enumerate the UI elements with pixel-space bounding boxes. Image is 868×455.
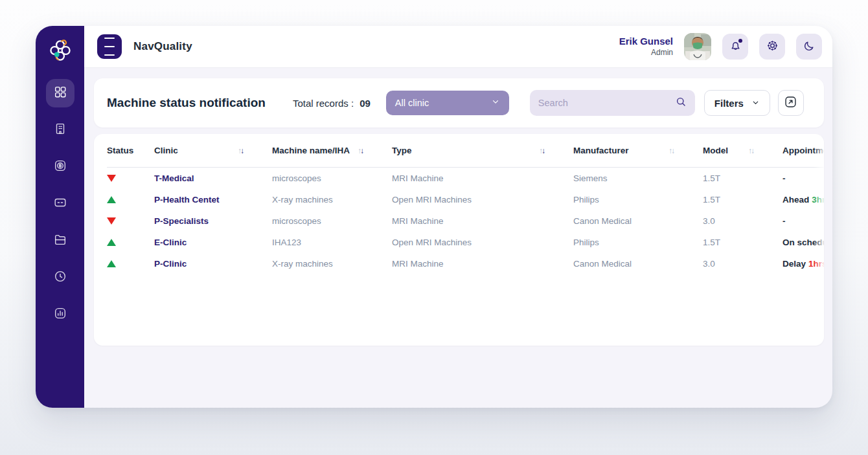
dark-mode-button[interactable] xyxy=(796,34,822,60)
sidebar-item-machines[interactable] xyxy=(46,153,74,181)
sort-icon[interactable]: ↑↓ xyxy=(238,146,243,155)
table-row[interactable]: E-Clinic IHA123 Open MRI Machines Philip… xyxy=(107,232,824,253)
manufacturer-cell: Siemens xyxy=(573,173,703,183)
total-records-label: Total records : xyxy=(293,98,354,109)
type-cell: MRI Machine xyxy=(392,216,573,226)
machine-cell: X-ray machines xyxy=(272,259,392,269)
expand-button[interactable] xyxy=(778,90,804,116)
folder-icon xyxy=(53,232,67,249)
notifications-button[interactable] xyxy=(722,34,748,60)
manufacturer-cell: Philips xyxy=(573,238,703,247)
top-header: NavQuality Erik Gunsel Admin xyxy=(84,26,832,68)
column-header-machine-name[interactable]: Machine name/IHA ↑↓ xyxy=(272,146,392,155)
sort-icon[interactable]: ↑↓ xyxy=(668,146,674,155)
hamburger-menu-button[interactable] xyxy=(97,34,122,59)
appointment-highlight: 3hrs xyxy=(812,195,824,205)
type-cell: Open MRI Machines xyxy=(392,195,573,205)
status-cell xyxy=(107,175,154,182)
reports-chart-icon xyxy=(53,306,67,323)
status-triangle-icon xyxy=(107,239,116,246)
appointment-cell: Ahead 3hrs xyxy=(782,195,824,205)
type-cell: MRI Machine xyxy=(392,173,573,183)
search-icon[interactable] xyxy=(675,96,687,110)
sort-icon[interactable]: ↑↓ xyxy=(748,146,753,155)
clinic-filter-dropdown[interactable]: All clinic xyxy=(386,91,509,115)
sidebar-nav xyxy=(46,79,74,329)
table-row[interactable]: P-Health Centet X-ray machines Open MRI … xyxy=(107,189,824,210)
filters-label: Filters xyxy=(714,98,744,109)
status-triangle-icon xyxy=(107,196,116,203)
status-cell xyxy=(107,239,154,246)
clinic-cell: T-Medical xyxy=(154,173,272,183)
appointment-cell: - xyxy=(782,216,824,226)
sort-icon[interactable]: ↑↓ xyxy=(358,146,363,155)
sidebar-item-dashboard[interactable] xyxy=(46,79,74,107)
filters-button[interactable]: Filters xyxy=(704,90,770,116)
appointment-cell: Delay 1hrs xyxy=(782,259,824,269)
moon-icon xyxy=(803,39,816,54)
search-input[interactable] xyxy=(538,98,675,108)
column-header-status[interactable]: Status xyxy=(107,146,154,155)
appointment-cell: - xyxy=(782,173,824,183)
appointment-cell: On schedule xyxy=(782,238,824,247)
gear-icon xyxy=(766,39,779,54)
page-title: Machine status notification xyxy=(107,96,266,110)
user-name: Erik Gunsel xyxy=(619,36,673,48)
column-header-clinic[interactable]: Clinic ↑↓ xyxy=(154,146,272,155)
total-records: Total records :09 xyxy=(293,98,371,109)
machine-cell: microscopes xyxy=(272,173,392,183)
notification-dot xyxy=(738,39,742,43)
column-header-model[interactable]: Model ↑↓ xyxy=(703,146,782,155)
clinic-cell: P-Specialists xyxy=(154,216,272,226)
sidebar-item-history[interactable] xyxy=(46,263,74,292)
appointment-highlight: 1hrs xyxy=(808,259,824,269)
clinic-building-icon xyxy=(53,122,67,139)
avatar[interactable] xyxy=(684,33,711,60)
manufacturer-cell: Canon Medical xyxy=(573,216,703,226)
column-header-type[interactable]: Type ↑↓ xyxy=(392,146,573,155)
navquality-logo-icon xyxy=(43,34,77,67)
sidebar-item-cards[interactable] xyxy=(46,190,74,218)
clinic-cell: P-Health Centet xyxy=(154,195,272,205)
sidebar xyxy=(36,26,84,408)
status-cell xyxy=(107,196,154,203)
machine-cell: microscopes xyxy=(272,216,392,226)
id-card-icon xyxy=(53,195,67,212)
user-role: Admin xyxy=(619,48,673,58)
machine-status-table: Status Clinic ↑↓ Machine name/IHA ↑↓ Typ… xyxy=(94,134,824,346)
content-area: Machine status notification Total record… xyxy=(84,68,832,408)
column-header-appointment[interactable]: Appointment xyxy=(782,146,824,155)
sidebar-item-reports[interactable] xyxy=(46,300,74,329)
dashboard-grid-icon xyxy=(53,85,67,102)
main-area: NavQuality Erik Gunsel Admin xyxy=(84,26,832,408)
app-window: NavQuality Erik Gunsel Admin xyxy=(36,26,832,408)
status-cell xyxy=(107,260,154,267)
table-row[interactable]: T-Medical microscopes MRI Machine Siemen… xyxy=(107,168,824,189)
manufacturer-cell: Philips xyxy=(573,195,703,205)
toolbar-card: Machine status notification Total record… xyxy=(94,78,824,128)
search-box xyxy=(530,90,695,116)
brand-title: NavQuality xyxy=(133,40,192,53)
sidebar-item-files[interactable] xyxy=(46,227,74,255)
type-cell: MRI Machine xyxy=(392,259,573,269)
chevron-down-icon xyxy=(751,98,760,109)
status-triangle-icon xyxy=(107,175,116,182)
sort-icon[interactable]: ↑↓ xyxy=(539,146,544,155)
model-cell: 3.0 xyxy=(703,216,782,226)
model-cell: 1.5T xyxy=(703,173,782,183)
table-row[interactable]: P-Specialists microscopes MRI Machine Ca… xyxy=(107,210,824,232)
column-header-manufacturer[interactable]: Manufacturer ↑↓ xyxy=(573,146,703,155)
settings-button[interactable] xyxy=(759,34,785,60)
model-cell: 3.0 xyxy=(703,259,782,269)
table-row[interactable]: P-Clinic X-ray machines MRI Machine Cano… xyxy=(107,253,824,274)
clinic-filter-value: All clinic xyxy=(395,98,429,108)
total-records-value: 09 xyxy=(360,98,371,109)
status-cell xyxy=(107,217,154,225)
user-info: Erik Gunsel Admin xyxy=(619,36,673,58)
sidebar-item-clinics[interactable] xyxy=(46,116,74,144)
type-cell: Open MRI Machines xyxy=(392,238,573,247)
history-clock-icon xyxy=(53,269,67,286)
machine-cell: IHA123 xyxy=(272,238,392,247)
expand-icon xyxy=(784,95,797,111)
status-triangle-icon xyxy=(107,217,116,225)
